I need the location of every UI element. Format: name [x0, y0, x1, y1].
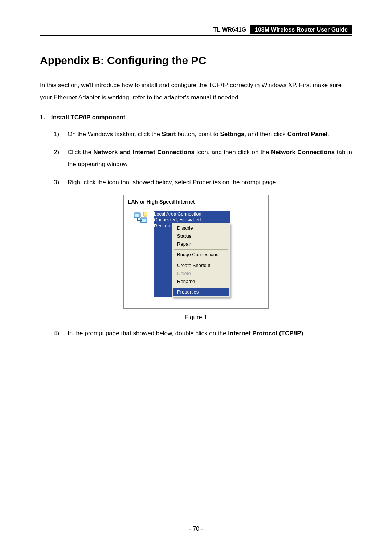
device-model: TL-WR641G	[209, 25, 250, 34]
figure-1: LAN or High-Speed Internet Local Area Co…	[40, 195, 352, 321]
step-body: On the Windows taskbar, click the Start …	[68, 128, 352, 140]
step-2: 2) Click the Network and Internet Connec…	[54, 147, 352, 170]
menu-item-properties[interactable]: Properties	[173, 288, 229, 296]
panel-group-title: LAN or High-Speed Internet	[128, 199, 264, 205]
step-1: 1) On the Windows taskbar, click the Sta…	[54, 128, 352, 140]
step-4: 4) In the prompt page that showed below,…	[54, 328, 352, 339]
menu-item-disable[interactable]: Disable	[173, 224, 229, 232]
steps-list-continued: 4) In the prompt page that showed below,…	[54, 328, 352, 339]
step-marker: 3)	[54, 177, 68, 188]
menu-separator	[174, 260, 228, 260]
figure-caption: Figure 1	[185, 314, 207, 321]
menu-separator	[174, 287, 228, 287]
menu-item-rename[interactable]: Rename	[173, 278, 229, 286]
svg-rect-1	[135, 214, 139, 217]
menu-item-bridge[interactable]: Bridge Connections	[173, 251, 229, 259]
connection-adapter: Realtek	[154, 223, 171, 229]
network-connections-panel: LAN or High-Speed Internet Local Area Co…	[123, 195, 269, 309]
svg-rect-4	[143, 212, 147, 216]
connection-status: Connected, Firewalled	[154, 217, 230, 223]
page-number: - 70 -	[0, 526, 392, 532]
step-marker: 4)	[54, 328, 68, 339]
document-title: 108M Wireless Router User Guide	[250, 25, 352, 34]
network-adapter-icon	[133, 211, 149, 227]
step-marker: 1)	[54, 128, 68, 140]
connection-name: Local Area Connection	[154, 211, 230, 217]
step-body: Right click the icon that showed below, …	[68, 177, 352, 188]
step-marker: 2)	[54, 147, 68, 170]
menu-item-shortcut[interactable]: Create Shortcut	[173, 262, 229, 270]
menu-separator	[174, 249, 228, 250]
connection-item[interactable]: Local Area Connection Connected, Firewal…	[133, 211, 264, 297]
section-number: 1.	[40, 114, 49, 121]
svg-rect-3	[142, 219, 146, 222]
step-body: In the prompt page that showed below, do…	[68, 328, 352, 339]
svg-rect-5	[144, 213, 146, 214]
context-menu: Disable Status Repair Bridge Connections…	[172, 223, 230, 297]
section-heading: 1. Install TCP/IP component	[40, 114, 352, 121]
page-header: TL-WR641G 108M Wireless Router User Guid…	[40, 25, 352, 36]
page-title: Appendix B: Configuring the PC	[40, 54, 352, 67]
menu-item-repair[interactable]: Repair	[173, 240, 229, 248]
steps-list: 1) On the Windows taskbar, click the Sta…	[54, 128, 352, 188]
step-3: 3) Right click the icon that showed belo…	[54, 177, 352, 188]
section-title: Install TCP/IP component	[51, 114, 126, 121]
intro-paragraph: In this section, we'll introduce how to …	[40, 79, 352, 104]
menu-item-status[interactable]: Status	[173, 232, 229, 240]
menu-item-delete: Delete	[173, 270, 229, 278]
connection-label: Local Area Connection Connected, Firewal…	[154, 211, 230, 297]
step-body: Click the Network and Internet Connectio…	[68, 147, 352, 170]
